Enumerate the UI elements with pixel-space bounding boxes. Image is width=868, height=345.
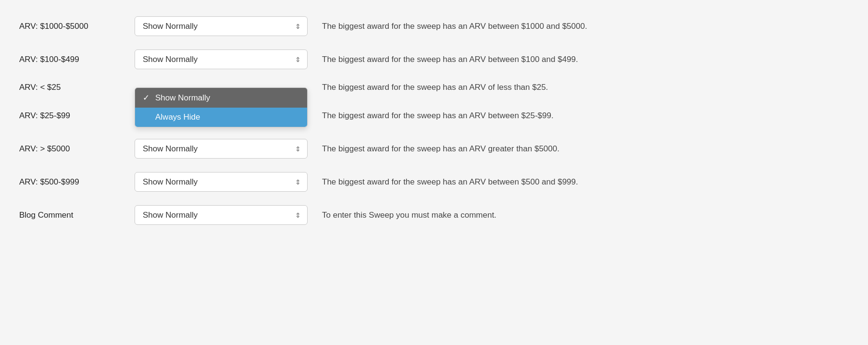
row-label-blog-comment: Blog Comment bbox=[19, 210, 135, 220]
option-label: Always Hide bbox=[155, 112, 200, 122]
select-arv-1000-5000[interactable]: Show NormallyAlways Hide bbox=[135, 16, 308, 36]
row-description-blog-comment: To enter this Sweep you must make a comm… bbox=[308, 210, 740, 220]
select-arv-100-499[interactable]: Show NormallyAlways Hide bbox=[135, 49, 308, 69]
settings-row-arv-100-499: ARV: $100-$499Show NormallyAlways Hide⇕T… bbox=[19, 43, 740, 76]
select-wrapper-blog-comment: Show NormallyAlways Hide⇕ bbox=[135, 205, 308, 225]
settings-table: ARV: $1000-$5000Show NormallyAlways Hide… bbox=[19, 10, 740, 232]
row-description-arv-25-99: The biggest award for the sweep has an A… bbox=[308, 111, 740, 121]
row-label-arv-gt-5000: ARV: > $5000 bbox=[19, 144, 135, 154]
dropdown-option-always_hide[interactable]: Always Hide bbox=[135, 108, 307, 127]
row-description-arv-1000-5000: The biggest award for the sweep has an A… bbox=[308, 22, 740, 31]
row-label-arv-1000-5000: ARV: $1000-$5000 bbox=[19, 22, 135, 31]
row-description-arv-lt-25: The biggest award for the sweep has an A… bbox=[308, 83, 740, 92]
select-blog-comment[interactable]: Show NormallyAlways Hide bbox=[135, 205, 308, 225]
select-wrapper-arv-gt-5000: Show NormallyAlways Hide⇕ bbox=[135, 139, 308, 159]
row-label-arv-100-499: ARV: $100-$499 bbox=[19, 55, 135, 64]
settings-row-arv-500-999: ARV: $500-$999Show NormallyAlways Hide⇕T… bbox=[19, 165, 740, 198]
select-wrapper-arv-100-499: Show NormallyAlways Hide⇕ bbox=[135, 49, 308, 69]
settings-row-arv-gt-5000: ARV: > $5000Show NormallyAlways Hide⇕The… bbox=[19, 132, 740, 165]
settings-row-arv-25-99: ARV: $25-$99Show NormallyAlways Hide⇕The… bbox=[19, 99, 740, 132]
row-label-arv-25-99: ARV: $25-$99 bbox=[19, 111, 135, 121]
dropdown-arv-lt-25: ✓Show NormallyAlways Hide bbox=[135, 87, 308, 127]
settings-row-arv-lt-25: ARV: < $25✓Show NormallyAlways HideThe b… bbox=[19, 76, 740, 99]
select-arv-500-999[interactable]: Show NormallyAlways Hide bbox=[135, 172, 308, 192]
dropdown-option-show_normally[interactable]: ✓Show Normally bbox=[135, 88, 307, 108]
row-description-arv-gt-5000: The biggest award for the sweep has an A… bbox=[308, 144, 740, 154]
select-wrapper-arv-500-999: Show NormallyAlways Hide⇕ bbox=[135, 172, 308, 192]
row-label-arv-500-999: ARV: $500-$999 bbox=[19, 177, 135, 187]
settings-row-arv-1000-5000: ARV: $1000-$5000Show NormallyAlways Hide… bbox=[19, 10, 740, 43]
settings-row-blog-comment: Blog CommentShow NormallyAlways Hide⇕To … bbox=[19, 198, 740, 232]
select-wrapper-arv-1000-5000: Show NormallyAlways Hide⇕ bbox=[135, 16, 308, 36]
row-description-arv-100-499: The biggest award for the sweep has an A… bbox=[308, 55, 740, 64]
select-arv-gt-5000[interactable]: Show NormallyAlways Hide bbox=[135, 139, 308, 159]
row-description-arv-500-999: The biggest award for the sweep has an A… bbox=[308, 177, 740, 187]
option-label: Show Normally bbox=[155, 93, 210, 103]
row-label-arv-lt-25: ARV: < $25 bbox=[19, 83, 135, 92]
checkmark-icon: ✓ bbox=[143, 93, 151, 103]
